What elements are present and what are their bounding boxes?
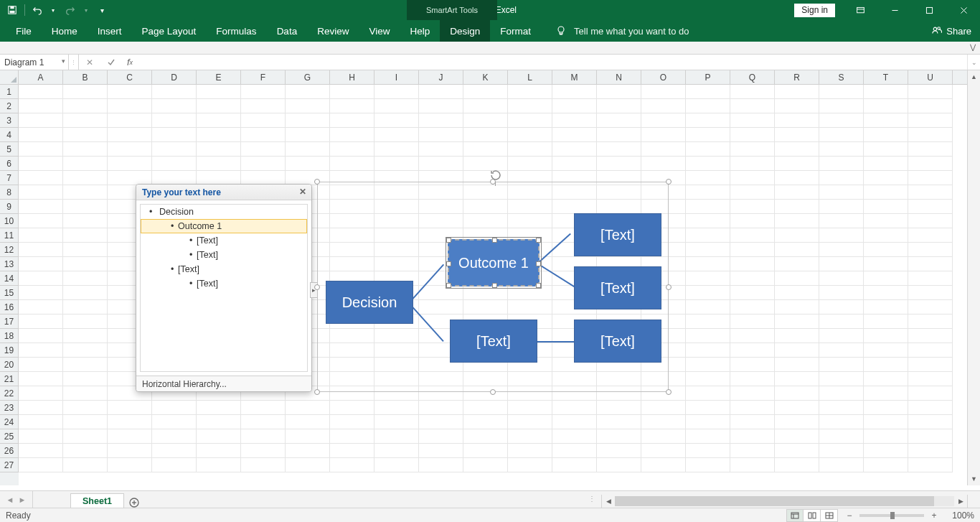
text-pane-item[interactable]: Outcome 1 <box>141 219 307 233</box>
row-header[interactable]: 25 <box>0 429 19 444</box>
resize-handle[interactable] <box>490 389 496 395</box>
sheet-tab[interactable]: Sheet1 <box>70 493 124 508</box>
ribbon-collapse-icon[interactable]: ⋁ <box>970 43 976 51</box>
row-header[interactable]: 17 <box>0 314 19 329</box>
qat-customize-icon[interactable]: ▾ <box>94 2 110 18</box>
smartart-node[interactable]: [Text] <box>574 213 661 256</box>
column-header[interactable]: A <box>19 70 63 84</box>
column-header[interactable]: K <box>463 70 508 84</box>
text-pane-item[interactable]: [Text] <box>141 248 307 262</box>
ribbon-display-options-icon[interactable] <box>844 0 877 20</box>
tab-data[interactable]: Data <box>267 20 308 42</box>
text-pane-item[interactable]: [Text] <box>141 262 307 276</box>
zoom-slider[interactable] <box>859 514 924 517</box>
chevron-right-icon[interactable]: ► <box>19 495 27 504</box>
resize-handle[interactable] <box>666 179 672 185</box>
column-header[interactable]: C <box>108 70 152 84</box>
column-header[interactable]: U <box>908 70 953 84</box>
tab-home[interactable]: Home <box>42 20 88 42</box>
row-header[interactable]: 23 <box>0 401 19 415</box>
row-header[interactable]: 12 <box>0 243 19 257</box>
text-pane-footer[interactable]: Horizontal Hierarchy... <box>136 376 311 391</box>
resize-handle[interactable] <box>314 179 320 185</box>
smartart-diagram[interactable]: ▸ Decision Outcome 1 [Text] [Text] [Text… <box>317 182 669 392</box>
save-icon[interactable] <box>4 2 20 18</box>
column-header[interactable]: R <box>775 70 819 84</box>
row-header[interactable]: 10 <box>0 214 19 228</box>
row-header[interactable]: 16 <box>0 300 19 314</box>
column-header[interactable]: T <box>864 70 908 84</box>
redo-dropdown-icon[interactable]: ▾ <box>78 2 94 18</box>
row-header[interactable]: 14 <box>0 271 19 286</box>
enter-formula-icon[interactable] <box>100 55 122 70</box>
sheet-nav[interactable]: ◄► <box>0 491 33 508</box>
tab-help[interactable]: Help <box>400 20 440 42</box>
resize-handle[interactable] <box>666 284 672 290</box>
insert-function-icon[interactable]: fx <box>122 55 138 70</box>
formula-input[interactable] <box>138 55 967 70</box>
zoom-in-button[interactable]: + <box>928 511 940 521</box>
column-header[interactable]: S <box>819 70 864 84</box>
column-header[interactable]: Q <box>730 70 775 84</box>
tab-view[interactable]: View <box>359 20 400 42</box>
row-header[interactable]: 20 <box>0 358 19 372</box>
scroll-thumb[interactable] <box>615 496 934 506</box>
column-header[interactable]: B <box>63 70 108 84</box>
column-header[interactable]: E <box>197 70 241 84</box>
row-header[interactable]: 18 <box>0 329 19 343</box>
smartart-node-root[interactable]: Decision <box>326 281 413 324</box>
column-header[interactable]: D <box>152 70 197 84</box>
share-button[interactable]: Share <box>932 20 971 42</box>
cancel-formula-icon[interactable]: ✕ <box>79 55 100 70</box>
rotate-handle-icon[interactable] <box>489 169 502 182</box>
tab-insert[interactable]: Insert <box>88 20 132 42</box>
row-header[interactable]: 19 <box>0 343 19 358</box>
column-header[interactable]: M <box>552 70 597 84</box>
row-header[interactable]: 8 <box>0 185 19 200</box>
row-header[interactable]: 7 <box>0 171 19 185</box>
row-header[interactable]: 6 <box>0 157 19 171</box>
formula-bar-expand-icon[interactable]: ⌄ <box>967 55 980 70</box>
row-header[interactable]: 1 <box>0 85 19 99</box>
column-header[interactable]: G <box>286 70 330 84</box>
row-header[interactable]: 21 <box>0 372 19 386</box>
scroll-left-icon[interactable]: ◀ <box>602 495 615 508</box>
tab-formulas[interactable]: Formulas <box>206 20 266 42</box>
normal-view-icon[interactable] <box>786 509 804 522</box>
smartart-node-selected[interactable]: Outcome 1 <box>448 239 540 286</box>
resize-handle[interactable] <box>314 284 320 290</box>
text-pane-item[interactable]: [Text] <box>141 233 307 248</box>
row-header[interactable]: 2 <box>0 99 19 113</box>
tab-scroll-split[interactable]: ⋮ <box>588 495 593 505</box>
text-pane-title[interactable]: Type your text here ✕ <box>136 185 311 200</box>
row-header[interactable]: 22 <box>0 386 19 401</box>
column-header[interactable]: I <box>374 70 419 84</box>
text-pane-item[interactable]: [Text] <box>141 276 307 291</box>
name-box[interactable]: Diagram 1▾ <box>0 55 69 70</box>
smartart-node[interactable]: [Text] <box>574 266 661 309</box>
tab-page-layout[interactable]: Page Layout <box>132 20 207 42</box>
redo-icon[interactable] <box>62 2 78 18</box>
row-header[interactable]: 27 <box>0 458 19 472</box>
column-header[interactable]: N <box>597 70 641 84</box>
close-button[interactable] <box>947 0 980 20</box>
maximize-button[interactable] <box>913 0 946 20</box>
zoom-out-button[interactable]: − <box>844 511 855 521</box>
column-header[interactable]: P <box>686 70 730 84</box>
column-header[interactable]: O <box>641 70 686 84</box>
page-layout-view-icon[interactable] <box>804 509 821 522</box>
text-pane-item[interactable]: Decision <box>141 205 307 219</box>
resize-handle[interactable] <box>314 389 320 395</box>
column-header[interactable]: L <box>508 70 552 84</box>
tab-design[interactable]: Design <box>440 20 490 42</box>
vertical-scrollbar[interactable]: ▲ ▼ <box>967 70 980 485</box>
scroll-down-icon[interactable]: ▼ <box>968 472 980 485</box>
smartart-text-pane[interactable]: Type your text here ✕ Decision Outcome 1… <box>136 184 312 392</box>
row-header[interactable]: 11 <box>0 228 19 243</box>
row-header[interactable]: 5 <box>0 142 19 157</box>
chevron-left-icon[interactable]: ◄ <box>6 495 14 504</box>
column-header[interactable]: J <box>419 70 463 84</box>
smartart-node[interactable]: [Text] <box>574 320 661 363</box>
column-header[interactable]: F <box>241 70 286 84</box>
scroll-right-icon[interactable]: ▶ <box>954 495 967 508</box>
